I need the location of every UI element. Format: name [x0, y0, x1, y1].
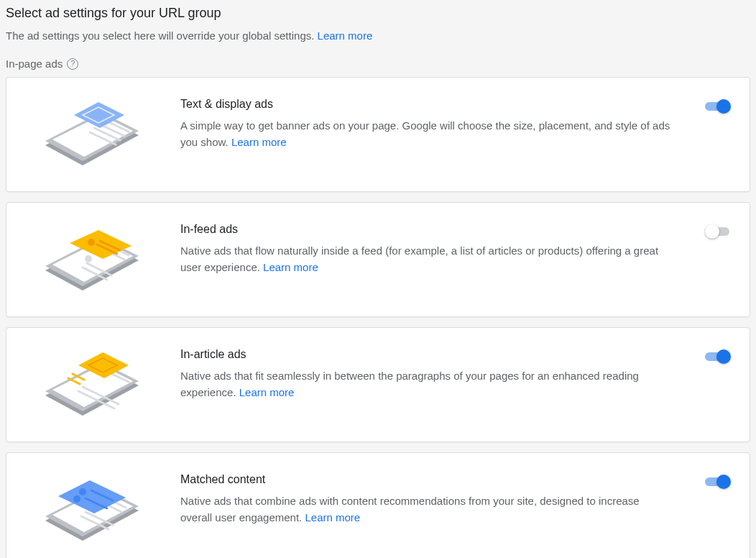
matched-content-learn-more-link[interactable]: Learn more	[305, 511, 360, 523]
in-feed-ads-desc: Native ads that flow naturally inside a …	[180, 243, 670, 275]
svg-point-21	[79, 488, 86, 495]
in-feed-ads-title: In-feed ads	[180, 223, 670, 236]
page-subtitle-text: The ad settings you select here will ove…	[6, 29, 314, 42]
text-display-ads-illustration-icon	[25, 95, 155, 174]
in-article-ads-title: In-article ads	[180, 348, 670, 361]
text-display-ads-title: Text & display ads	[180, 98, 670, 111]
matched-content-desc: Native ads that combine ads with content…	[180, 493, 670, 526]
in-feed-ads-toggle[interactable]	[705, 224, 731, 239]
matched-content-desc-text: Native ads that combine ads with content…	[180, 495, 640, 523]
in-feed-ads-learn-more-link[interactable]: Learn more	[263, 261, 318, 273]
matched-content-toggle[interactable]	[705, 475, 731, 489]
card-matched-content: Matched content Native ads that combine …	[6, 452, 750, 558]
card-text-display-ads: Text & display ads A simple way to get b…	[6, 77, 750, 192]
in-article-ads-desc: Native ads that fit seamlessly in betwee…	[180, 368, 670, 401]
text-display-ads-toggle[interactable]	[705, 99, 731, 114]
section-label-text: In-page ads	[6, 58, 63, 70]
text-display-ads-learn-more-link[interactable]: Learn more	[231, 136, 287, 148]
in-article-ads-learn-more-link[interactable]: Learn more	[239, 386, 295, 398]
learn-more-link[interactable]: Learn more	[318, 29, 373, 42]
svg-point-6	[85, 255, 92, 262]
in-feed-ads-illustration-icon	[25, 220, 155, 299]
svg-point-9	[88, 239, 95, 246]
in-feed-ads-desc-text: Native ads that flow naturally inside a …	[180, 244, 658, 273]
page-title: Select ad settings for your URL group	[6, 6, 750, 21]
card-in-feed-ads: In-feed ads Native ads that flow natural…	[6, 202, 750, 317]
text-display-ads-desc: A simple way to get banner ads on your p…	[180, 118, 670, 150]
svg-point-23	[73, 495, 80, 503]
section-label: In-page ads ?	[6, 58, 750, 70]
matched-content-title: Matched content	[180, 473, 670, 486]
card-in-article-ads: In-article ads Native ads that fit seaml…	[6, 327, 750, 442]
page-subtitle: The ad settings you select here will ove…	[6, 29, 750, 42]
matched-content-illustration-icon	[25, 470, 155, 549]
in-article-ads-toggle[interactable]	[705, 349, 731, 364]
in-article-ads-illustration-icon	[25, 345, 155, 424]
help-icon[interactable]: ?	[67, 58, 78, 70]
